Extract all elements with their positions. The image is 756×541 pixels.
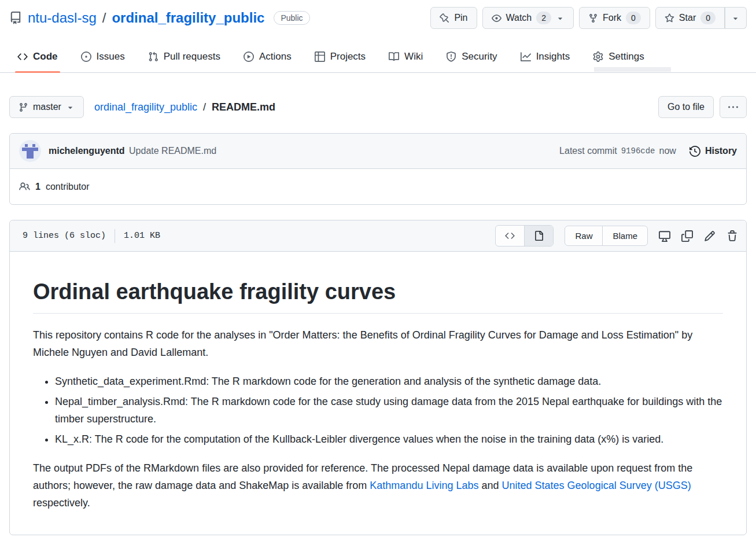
shield-icon [446,51,456,62]
contributors-row[interactable]: 1 contributor [10,169,746,204]
fork-button[interactable]: Fork 0 [579,7,650,29]
chevron-down-icon [556,14,565,23]
device-desktop-icon [659,230,670,242]
file-header-bar: 9 lines (6 sloc) 1.01 KB Raw Blame [10,220,746,252]
repo-name-link[interactable]: ordinal_fragility_public [112,10,264,26]
commit-sha-link[interactable]: 9196cde [621,146,655,156]
git-pull-request-icon [148,51,158,62]
file-nav-row: master ordinal_fragility_public / README… [0,96,756,118]
file-nav-actions: Go to file [658,96,747,118]
watch-count-badge: 2 [536,12,551,24]
kebab-horizontal-icon [728,102,738,112]
list-item: KL_x.R: The R code for the computation o… [55,430,723,448]
fork-button-label: Fork [603,13,621,23]
display-button[interactable] [659,230,670,242]
star-dropdown-button[interactable] [725,7,747,29]
tab-wiki[interactable]: Wiki [381,45,431,72]
history-icon [689,146,700,157]
tab-projects[interactable]: Projects [307,45,374,72]
rendered-view-button[interactable] [524,226,553,246]
tab-code[interactable]: Code [9,45,66,72]
repo-nav: Code Issues Pull requests Actions Projec… [0,45,756,73]
outro-text: and [478,480,501,491]
book-icon [389,51,399,62]
eye-icon [492,13,501,23]
fork-count-badge: 0 [626,12,641,24]
blame-button[interactable]: Blame [602,226,647,245]
pin-icon [440,13,449,23]
history-label: History [705,146,737,156]
watch-button[interactable]: Watch 2 [482,7,574,29]
usgs-link[interactable]: United States Geological Survey (USGS) [502,480,691,491]
tab-pull-requests-label: Pull requests [164,51,220,62]
branch-selector-button[interactable]: master [9,96,84,118]
star-count-badge: 0 [700,12,716,24]
latest-commit-label: Latest commit [559,146,617,156]
star-button[interactable]: Star 0 [655,7,725,29]
star-button-label: Star [679,13,696,23]
nav-scrollbar-thumb[interactable] [594,67,671,72]
tab-security-label: Security [462,51,497,62]
breadcrumb-repo-link[interactable]: ordinal_fragility_public [94,101,197,113]
repo-owner-link[interactable]: ntu-dasl-sg [28,10,97,26]
commit-summary: michelenguyentd Update README.md [49,146,216,156]
tab-projects-label: Projects [330,51,366,62]
edit-button[interactable] [704,230,716,242]
repo-icon [9,12,22,24]
commit-time: now [659,146,676,156]
commit-author-link[interactable]: michelenguyentd [49,146,125,156]
code-icon [505,231,515,241]
divider [115,229,115,243]
list-item: Synthetic_data_experiment.Rmd: The R mar… [55,373,723,390]
branch-name-label: master [33,102,61,112]
tab-pull-requests[interactable]: Pull requests [140,45,228,72]
go-to-file-button[interactable]: Go to file [658,96,714,118]
readme-file-box: 9 lines (6 sloc) 1.01 KB Raw Blame [9,220,747,535]
pencil-icon [704,230,716,242]
github-repo-page: ntu-dasl-sg / ordinal_fragility_public P… [0,0,756,535]
tab-insights[interactable]: Insights [512,45,578,72]
more-options-button[interactable] [720,96,747,118]
watch-button-label: Watch [506,13,532,23]
contributor-count: 1 [35,182,40,192]
breadcrumb: ordinal_fragility_public / README.md [94,101,658,113]
repo-header: ntu-dasl-sg / ordinal_fragility_public P… [0,0,756,29]
tab-actions-label: Actions [259,51,292,62]
avatar[interactable] [19,140,41,162]
readme-intro-paragraph: This repository contains R code for the … [33,326,723,361]
people-icon [19,181,30,192]
pin-button-label: Pin [454,13,467,23]
commit-message-link[interactable]: Update README.md [129,146,216,156]
chevron-down-icon [731,14,740,23]
tab-security[interactable]: Security [438,45,505,72]
tab-issues[interactable]: Issues [73,45,133,72]
history-link[interactable]: History [689,146,737,157]
readme-file-list: Synthetic_data_experiment.Rmd: The R mar… [33,373,723,448]
go-to-file-label: Go to file [668,102,705,112]
visibility-badge: Public [274,11,309,25]
repo-title-group: ntu-dasl-sg / ordinal_fragility_public P… [9,10,310,26]
fork-icon [588,13,598,23]
pin-button[interactable]: Pin [430,7,477,29]
breadcrumb-file-name: README.md [212,101,275,113]
file-lines-info: 9 lines (6 sloc) [23,231,106,241]
repo-title-separator: / [102,10,106,26]
tab-code-label: Code [33,51,58,62]
git-branch-icon [19,102,28,112]
star-button-group: Star 0 [655,7,747,29]
file-actions: Raw Blame [495,225,738,246]
commit-box: michelenguyentd Update README.md Latest … [9,133,747,205]
source-view-button[interactable] [496,226,524,246]
delete-button[interactable] [727,230,738,242]
copy-button[interactable] [681,230,693,242]
tab-settings-label: Settings [609,51,644,62]
latest-commit-bar: michelenguyentd Update README.md Latest … [10,134,746,169]
kathmandu-living-labs-link[interactable]: Kathmandu Living Labs [370,480,478,491]
raw-button[interactable]: Raw [565,226,602,245]
repo-actions: Pin Watch 2 Fork 0 Star 0 [430,7,747,29]
table-icon [315,51,325,62]
tab-issues-label: Issues [97,51,125,62]
tab-actions[interactable]: Actions [235,45,300,72]
file-icon [534,231,544,241]
readme-content: Ordinal earthquake fragility curves This… [10,252,746,535]
